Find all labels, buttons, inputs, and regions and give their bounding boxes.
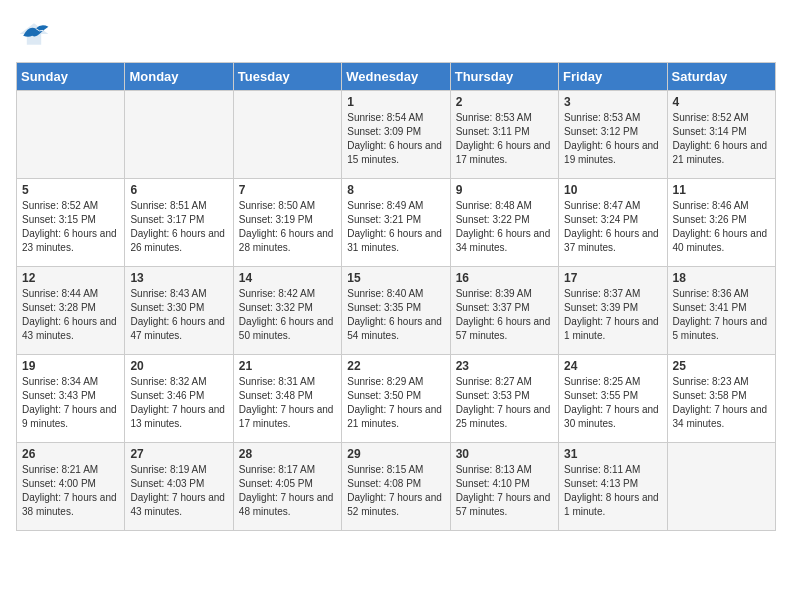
calendar-cell: 1Sunrise: 8:54 AM Sunset: 3:09 PM Daylig… — [342, 91, 450, 179]
calendar-cell — [17, 91, 125, 179]
day-number: 6 — [130, 183, 227, 197]
weekday-header: Friday — [559, 63, 667, 91]
weekday-header: Sunday — [17, 63, 125, 91]
day-content: Sunrise: 8:27 AM Sunset: 3:53 PM Dayligh… — [456, 375, 553, 431]
day-content: Sunrise: 8:48 AM Sunset: 3:22 PM Dayligh… — [456, 199, 553, 255]
day-content: Sunrise: 8:50 AM Sunset: 3:19 PM Dayligh… — [239, 199, 336, 255]
day-content: Sunrise: 8:43 AM Sunset: 3:30 PM Dayligh… — [130, 287, 227, 343]
day-number: 30 — [456, 447, 553, 461]
day-content: Sunrise: 8:29 AM Sunset: 3:50 PM Dayligh… — [347, 375, 444, 431]
day-number: 25 — [673, 359, 770, 373]
calendar-cell: 26Sunrise: 8:21 AM Sunset: 4:00 PM Dayli… — [17, 443, 125, 531]
day-content: Sunrise: 8:40 AM Sunset: 3:35 PM Dayligh… — [347, 287, 444, 343]
calendar-cell: 6Sunrise: 8:51 AM Sunset: 3:17 PM Daylig… — [125, 179, 233, 267]
day-number: 20 — [130, 359, 227, 373]
day-content: Sunrise: 8:54 AM Sunset: 3:09 PM Dayligh… — [347, 111, 444, 167]
day-content: Sunrise: 8:52 AM Sunset: 3:14 PM Dayligh… — [673, 111, 770, 167]
day-content: Sunrise: 8:53 AM Sunset: 3:12 PM Dayligh… — [564, 111, 661, 167]
day-content: Sunrise: 8:36 AM Sunset: 3:41 PM Dayligh… — [673, 287, 770, 343]
day-number: 16 — [456, 271, 553, 285]
day-number: 9 — [456, 183, 553, 197]
day-number: 4 — [673, 95, 770, 109]
day-number: 12 — [22, 271, 119, 285]
day-content: Sunrise: 8:21 AM Sunset: 4:00 PM Dayligh… — [22, 463, 119, 519]
calendar-cell: 27Sunrise: 8:19 AM Sunset: 4:03 PM Dayli… — [125, 443, 233, 531]
day-number: 5 — [22, 183, 119, 197]
day-content: Sunrise: 8:15 AM Sunset: 4:08 PM Dayligh… — [347, 463, 444, 519]
calendar-cell: 5Sunrise: 8:52 AM Sunset: 3:15 PM Daylig… — [17, 179, 125, 267]
day-content: Sunrise: 8:44 AM Sunset: 3:28 PM Dayligh… — [22, 287, 119, 343]
day-number: 28 — [239, 447, 336, 461]
calendar-cell: 18Sunrise: 8:36 AM Sunset: 3:41 PM Dayli… — [667, 267, 775, 355]
day-number: 18 — [673, 271, 770, 285]
calendar-cell — [667, 443, 775, 531]
day-content: Sunrise: 8:39 AM Sunset: 3:37 PM Dayligh… — [456, 287, 553, 343]
calendar-cell: 13Sunrise: 8:43 AM Sunset: 3:30 PM Dayli… — [125, 267, 233, 355]
calendar-cell: 22Sunrise: 8:29 AM Sunset: 3:50 PM Dayli… — [342, 355, 450, 443]
day-content: Sunrise: 8:13 AM Sunset: 4:10 PM Dayligh… — [456, 463, 553, 519]
calendar-cell: 15Sunrise: 8:40 AM Sunset: 3:35 PM Dayli… — [342, 267, 450, 355]
calendar-cell: 12Sunrise: 8:44 AM Sunset: 3:28 PM Dayli… — [17, 267, 125, 355]
weekday-header: Saturday — [667, 63, 775, 91]
logo-icon — [16, 16, 52, 52]
calendar-cell: 24Sunrise: 8:25 AM Sunset: 3:55 PM Dayli… — [559, 355, 667, 443]
day-content: Sunrise: 8:42 AM Sunset: 3:32 PM Dayligh… — [239, 287, 336, 343]
day-number: 1 — [347, 95, 444, 109]
day-number: 10 — [564, 183, 661, 197]
day-content: Sunrise: 8:25 AM Sunset: 3:55 PM Dayligh… — [564, 375, 661, 431]
weekday-header: Tuesday — [233, 63, 341, 91]
day-content: Sunrise: 8:37 AM Sunset: 3:39 PM Dayligh… — [564, 287, 661, 343]
day-number: 31 — [564, 447, 661, 461]
day-content: Sunrise: 8:23 AM Sunset: 3:58 PM Dayligh… — [673, 375, 770, 431]
day-content: Sunrise: 8:52 AM Sunset: 3:15 PM Dayligh… — [22, 199, 119, 255]
day-number: 19 — [22, 359, 119, 373]
day-number: 14 — [239, 271, 336, 285]
day-content: Sunrise: 8:53 AM Sunset: 3:11 PM Dayligh… — [456, 111, 553, 167]
day-content: Sunrise: 8:17 AM Sunset: 4:05 PM Dayligh… — [239, 463, 336, 519]
calendar-cell: 28Sunrise: 8:17 AM Sunset: 4:05 PM Dayli… — [233, 443, 341, 531]
day-content: Sunrise: 8:19 AM Sunset: 4:03 PM Dayligh… — [130, 463, 227, 519]
calendar-cell: 3Sunrise: 8:53 AM Sunset: 3:12 PM Daylig… — [559, 91, 667, 179]
calendar-cell: 21Sunrise: 8:31 AM Sunset: 3:48 PM Dayli… — [233, 355, 341, 443]
calendar-cell: 19Sunrise: 8:34 AM Sunset: 3:43 PM Dayli… — [17, 355, 125, 443]
day-number: 24 — [564, 359, 661, 373]
day-number: 7 — [239, 183, 336, 197]
calendar-cell: 17Sunrise: 8:37 AM Sunset: 3:39 PM Dayli… — [559, 267, 667, 355]
day-content: Sunrise: 8:47 AM Sunset: 3:24 PM Dayligh… — [564, 199, 661, 255]
day-number: 29 — [347, 447, 444, 461]
calendar-week-row: 1Sunrise: 8:54 AM Sunset: 3:09 PM Daylig… — [17, 91, 776, 179]
day-number: 22 — [347, 359, 444, 373]
calendar-week-row: 26Sunrise: 8:21 AM Sunset: 4:00 PM Dayli… — [17, 443, 776, 531]
day-number: 23 — [456, 359, 553, 373]
day-number: 8 — [347, 183, 444, 197]
calendar-cell: 23Sunrise: 8:27 AM Sunset: 3:53 PM Dayli… — [450, 355, 558, 443]
day-content: Sunrise: 8:51 AM Sunset: 3:17 PM Dayligh… — [130, 199, 227, 255]
day-content: Sunrise: 8:31 AM Sunset: 3:48 PM Dayligh… — [239, 375, 336, 431]
calendar-cell: 9Sunrise: 8:48 AM Sunset: 3:22 PM Daylig… — [450, 179, 558, 267]
calendar-cell: 25Sunrise: 8:23 AM Sunset: 3:58 PM Dayli… — [667, 355, 775, 443]
weekday-header: Thursday — [450, 63, 558, 91]
day-number: 15 — [347, 271, 444, 285]
calendar-cell: 29Sunrise: 8:15 AM Sunset: 4:08 PM Dayli… — [342, 443, 450, 531]
day-content: Sunrise: 8:11 AM Sunset: 4:13 PM Dayligh… — [564, 463, 661, 519]
calendar-cell: 16Sunrise: 8:39 AM Sunset: 3:37 PM Dayli… — [450, 267, 558, 355]
calendar-table: SundayMondayTuesdayWednesdayThursdayFrid… — [16, 62, 776, 531]
calendar-cell: 2Sunrise: 8:53 AM Sunset: 3:11 PM Daylig… — [450, 91, 558, 179]
day-number: 26 — [22, 447, 119, 461]
calendar-cell — [125, 91, 233, 179]
day-number: 3 — [564, 95, 661, 109]
day-number: 2 — [456, 95, 553, 109]
calendar-cell: 20Sunrise: 8:32 AM Sunset: 3:46 PM Dayli… — [125, 355, 233, 443]
calendar-cell: 30Sunrise: 8:13 AM Sunset: 4:10 PM Dayli… — [450, 443, 558, 531]
day-number: 27 — [130, 447, 227, 461]
calendar-cell: 8Sunrise: 8:49 AM Sunset: 3:21 PM Daylig… — [342, 179, 450, 267]
calendar-cell: 11Sunrise: 8:46 AM Sunset: 3:26 PM Dayli… — [667, 179, 775, 267]
day-content: Sunrise: 8:32 AM Sunset: 3:46 PM Dayligh… — [130, 375, 227, 431]
calendar-cell: 4Sunrise: 8:52 AM Sunset: 3:14 PM Daylig… — [667, 91, 775, 179]
calendar-week-row: 12Sunrise: 8:44 AM Sunset: 3:28 PM Dayli… — [17, 267, 776, 355]
calendar-cell: 14Sunrise: 8:42 AM Sunset: 3:32 PM Dayli… — [233, 267, 341, 355]
day-number: 13 — [130, 271, 227, 285]
calendar-header-row: SundayMondayTuesdayWednesdayThursdayFrid… — [17, 63, 776, 91]
weekday-header: Monday — [125, 63, 233, 91]
day-content: Sunrise: 8:49 AM Sunset: 3:21 PM Dayligh… — [347, 199, 444, 255]
